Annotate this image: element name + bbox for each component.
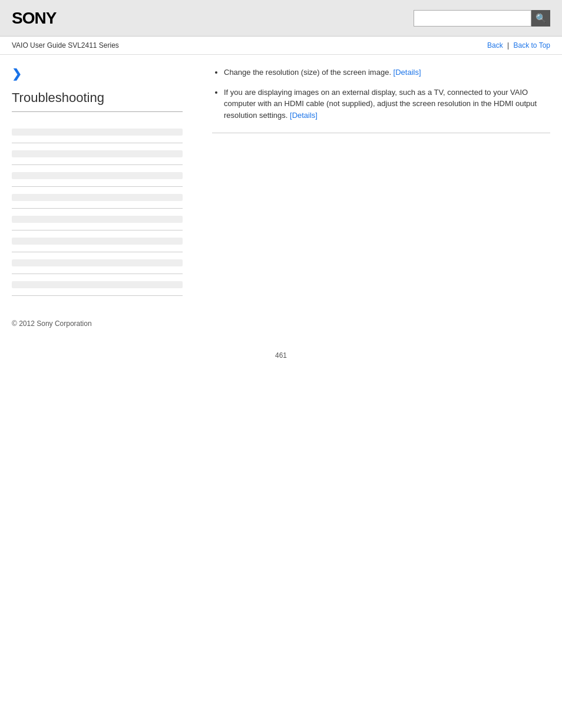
sidebar-placeholder-5: [12, 216, 183, 223]
details-link-2[interactable]: [Details]: [290, 111, 318, 120]
content-divider: [212, 133, 550, 133]
search-container: 🔍: [414, 10, 550, 27]
sidebar-links: [12, 121, 183, 296]
sony-logo: SONY: [12, 9, 56, 28]
page-header: SONY 🔍: [0, 0, 562, 37]
copyright-text: © 2012 Sony Corporation: [12, 319, 92, 328]
content-list: Change the resolution (size) of the scre…: [212, 67, 550, 121]
list-item: [12, 165, 183, 187]
content-area: Change the resolution (size) of the scre…: [194, 67, 550, 296]
back-to-top-link[interactable]: Back to Top: [514, 41, 550, 50]
sidebar-placeholder-6: [12, 238, 183, 245]
search-button[interactable]: 🔍: [531, 10, 550, 27]
back-link[interactable]: Back: [487, 41, 503, 50]
sidebar-placeholder-8: [12, 281, 183, 288]
sidebar: ❯ Troubleshooting: [12, 67, 194, 296]
list-item: Change the resolution (size) of the scre…: [224, 67, 550, 78]
nav-links: Back | Back to Top: [487, 41, 550, 50]
list-item: If you are displaying images on an exter…: [224, 87, 550, 121]
sidebar-placeholder-1: [12, 129, 183, 136]
sidebar-title: Troubleshooting: [12, 90, 183, 112]
sidebar-placeholder-2: [12, 150, 183, 157]
footer: © 2012 Sony Corporation: [0, 308, 562, 340]
details-link-1[interactable]: [Details]: [394, 68, 421, 77]
main-content: ❯ Troubleshooting: [0, 55, 562, 308]
breadcrumb: VAIO User Guide SVL2411 Series: [12, 41, 119, 50]
sidebar-placeholder-7: [12, 259, 183, 266]
list-item: [12, 187, 183, 209]
content-item-1-text: Change the resolution (size) of the scre…: [224, 68, 394, 77]
list-item: [12, 230, 183, 252]
chevron-right-icon: ❯: [12, 67, 183, 81]
nav-separator: |: [507, 41, 509, 50]
list-item: [12, 143, 183, 165]
list-item: [12, 121, 183, 143]
search-icon: 🔍: [535, 13, 547, 24]
list-item: [12, 274, 183, 296]
content-item-2-text: If you are displaying images on an exter…: [224, 88, 537, 120]
list-item: [12, 252, 183, 274]
page-number: 461: [0, 340, 562, 371]
sidebar-placeholder-4: [12, 194, 183, 201]
sidebar-placeholder-3: [12, 172, 183, 179]
list-item: [12, 209, 183, 230]
search-input[interactable]: [414, 10, 531, 27]
nav-bar: VAIO User Guide SVL2411 Series Back | Ba…: [0, 37, 562, 55]
